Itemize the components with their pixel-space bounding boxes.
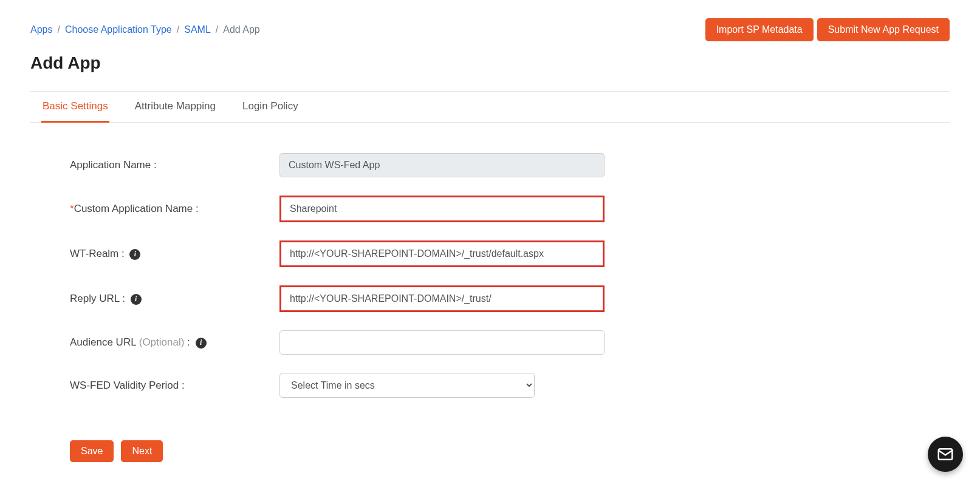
- custom-app-name-label: *Custom Application Name :: [70, 203, 279, 215]
- next-button[interactable]: Next: [121, 440, 163, 462]
- audience-url-label: Audience URL (Optional) : i: [70, 336, 279, 349]
- audience-url-input[interactable]: [279, 330, 605, 355]
- wt-realm-label: WT-Realm : i: [70, 248, 279, 260]
- wt-realm-input[interactable]: [279, 240, 605, 267]
- breadcrumb-sep: /: [216, 24, 218, 35]
- tab-login-policy[interactable]: Login Policy: [241, 92, 300, 123]
- tabs: Basic Settings Attribute Mapping Login P…: [30, 92, 950, 123]
- custom-app-name-input[interactable]: [279, 196, 605, 222]
- breadcrumb-current: Add App: [223, 24, 260, 35]
- page-title: Add App: [30, 53, 950, 73]
- mail-icon: [936, 445, 954, 463]
- reply-url-input[interactable]: [279, 285, 605, 312]
- validity-period-select[interactable]: Select Time in secs: [279, 373, 535, 398]
- breadcrumb-sep: /: [57, 24, 60, 35]
- tab-basic-settings[interactable]: Basic Settings: [41, 92, 109, 123]
- breadcrumb-saml[interactable]: SAML: [184, 24, 211, 35]
- validity-period-label: WS-FED Validity Period :: [70, 380, 279, 392]
- info-icon[interactable]: i: [131, 294, 142, 305]
- info-icon[interactable]: i: [196, 338, 207, 349]
- import-sp-metadata-button[interactable]: Import SP Metadata: [705, 18, 814, 41]
- application-name-input: [279, 153, 605, 177]
- tab-attribute-mapping[interactable]: Attribute Mapping: [134, 92, 217, 123]
- form-section: Application Name : *Custom Application N…: [30, 123, 950, 428]
- breadcrumb: Apps / Choose Application Type / SAML / …: [30, 24, 260, 35]
- reply-url-label: Reply URL : i: [70, 293, 279, 305]
- breadcrumb-sep: /: [177, 24, 179, 35]
- save-button[interactable]: Save: [70, 440, 114, 462]
- breadcrumb-choose-type[interactable]: Choose Application Type: [65, 24, 172, 35]
- chat-bubble-button[interactable]: [928, 437, 963, 472]
- info-icon[interactable]: i: [129, 249, 140, 260]
- submit-new-app-button[interactable]: Submit New App Request: [817, 18, 950, 41]
- breadcrumb-apps[interactable]: Apps: [30, 24, 52, 35]
- application-name-label: Application Name :: [70, 159, 279, 171]
